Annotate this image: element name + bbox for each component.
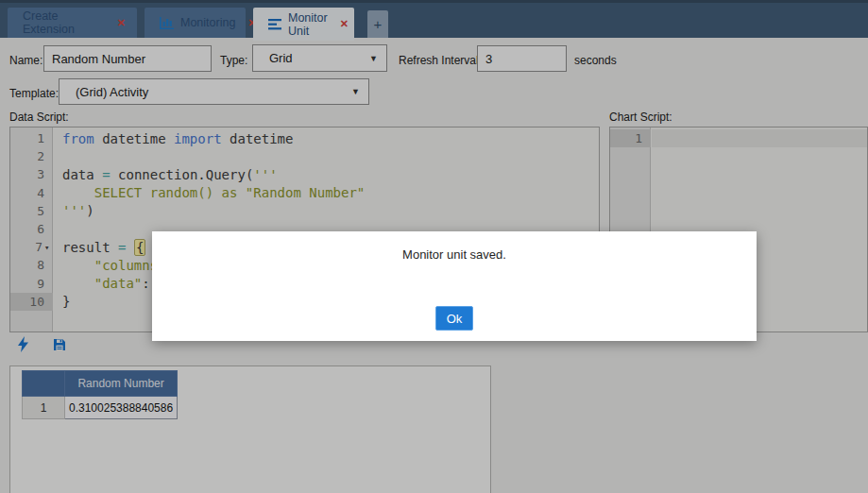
ok-button[interactable]: Ok [435, 306, 473, 331]
save-confirmation-dialog: Monitor unit saved. Ok [152, 231, 757, 341]
dialog-message: Monitor unit saved. [152, 247, 757, 262]
monitor-unit-screen: Create Extension✕Monitoring✕Monitor Unit… [0, 0, 868, 493]
